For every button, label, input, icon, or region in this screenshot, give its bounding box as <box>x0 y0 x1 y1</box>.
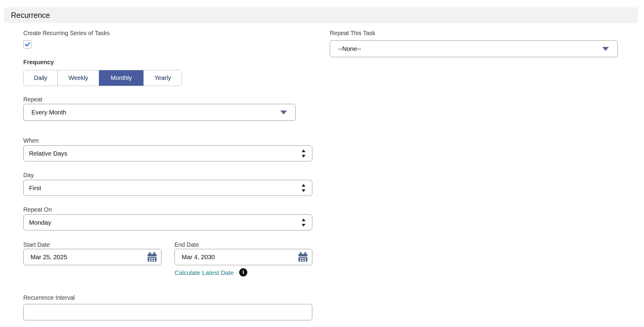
repeat-this-task-label: Repeat This Task <box>330 30 375 37</box>
day-label: Day <box>23 172 34 179</box>
recurrence-interval-label: Recurrence Interval <box>23 294 75 301</box>
calendar-icon[interactable] <box>147 252 157 262</box>
repeat-dropdown-value: Every Month <box>31 109 66 116</box>
frequency-button-group: Daily Weekly Monthly Yearly <box>23 70 182 86</box>
repeat-this-task-dropdown[interactable]: --None-- <box>330 40 618 57</box>
page-title: Recurrence <box>11 11 50 20</box>
info-icon[interactable]: i <box>239 268 247 276</box>
section-header: Recurrence <box>4 7 638 23</box>
repeat-on-label: Repeat On <box>23 206 52 213</box>
when-select[interactable]: Relative Days <box>23 145 312 161</box>
select-spinner-icon <box>302 184 305 192</box>
recurrence-interval-input[interactable] <box>23 304 312 320</box>
calculate-latest-date-link[interactable]: Calculate Latest Date <box>174 269 234 276</box>
frequency-button-daily[interactable]: Daily <box>24 70 57 86</box>
calendar-icon[interactable] <box>298 252 308 262</box>
when-select-value: Relative Days <box>29 150 67 157</box>
repeat-this-task-value: --None-- <box>338 45 361 52</box>
end-date-input[interactable] <box>174 249 312 265</box>
frequency-button-yearly[interactable]: Yearly <box>143 70 182 86</box>
when-label: When <box>23 137 39 144</box>
chevron-down-icon <box>280 111 287 114</box>
chevron-down-icon <box>602 47 609 51</box>
checkmark-icon <box>24 41 31 48</box>
frequency-label: Frequency <box>23 59 54 66</box>
create-recurring-label: Create Recurring Series of Tasks <box>23 30 110 37</box>
create-recurring-checkbox[interactable] <box>23 40 31 48</box>
day-select-value: First <box>29 184 41 192</box>
day-select[interactable]: First <box>23 180 312 196</box>
repeat-label: Repeat <box>23 96 42 103</box>
end-date-label: End Date <box>174 241 199 248</box>
repeat-on-select[interactable]: Monday <box>23 214 312 230</box>
repeat-dropdown[interactable]: Every Month <box>23 104 296 121</box>
repeat-on-select-value: Monday <box>29 219 51 226</box>
frequency-button-monthly[interactable]: Monthly <box>99 70 143 86</box>
recurrence-page: Recurrence Create Recurring Series of Ta… <box>0 0 644 327</box>
select-spinner-icon <box>302 218 305 226</box>
calculate-latest-date-row: Calculate Latest Date i <box>174 269 247 276</box>
start-date-input[interactable] <box>23 249 161 265</box>
select-spinner-icon <box>302 149 305 157</box>
start-date-label: Start Date <box>23 241 50 248</box>
frequency-button-weekly[interactable]: Weekly <box>57 70 99 86</box>
